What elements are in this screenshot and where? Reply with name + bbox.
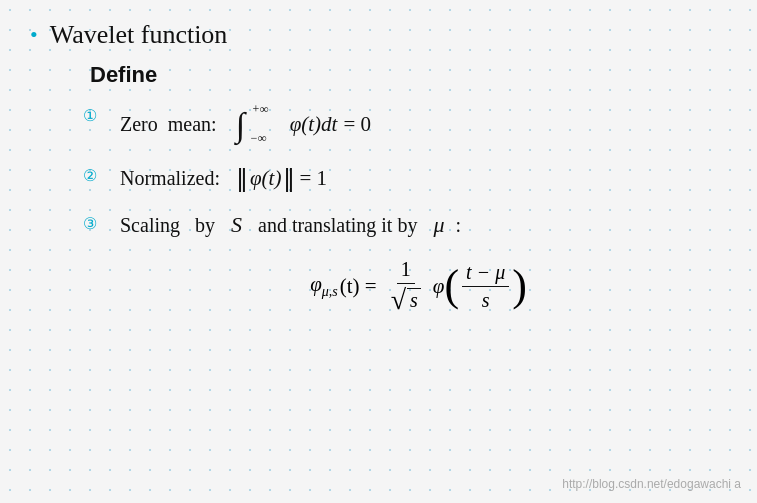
page-title: Wavelet function bbox=[50, 20, 228, 50]
sqrt-s: √ s bbox=[391, 286, 421, 314]
phi-function: φ bbox=[433, 274, 445, 299]
item-3-content: Scaling by S and translating it by μ : bbox=[120, 212, 461, 238]
title-row: • Wavelet function bbox=[30, 20, 727, 50]
item-number-1: ① bbox=[60, 104, 120, 125]
item-1-label: Zero mean: bbox=[120, 113, 217, 136]
item-3-label: Scaling by bbox=[120, 214, 225, 237]
bullet-icon: • bbox=[30, 24, 38, 46]
integral-formula: ∫ +∞ −∞ φ(t)dt = 0 bbox=[234, 104, 371, 144]
phi-arg: (t) = bbox=[340, 274, 377, 299]
norm-formula: ‖ φ(t) ‖ = 1 bbox=[236, 164, 327, 192]
watermark: http://blog.csdn.net/edogawachi a bbox=[562, 477, 741, 491]
equals-zero: = 0 bbox=[343, 112, 371, 137]
upper-limit: +∞ bbox=[252, 102, 276, 117]
right-big-paren: ) bbox=[512, 264, 527, 308]
left-big-paren: ( bbox=[444, 264, 459, 308]
item-1-content: Zero mean: ∫ +∞ −∞ φ(t)dt = 0 bbox=[120, 104, 371, 144]
main-formula: φμ,s (t) = 1 √ s φ ( t − μ s ) bbox=[110, 258, 727, 314]
list-item: ③ Scaling by S and translating it by μ : bbox=[60, 212, 727, 238]
colon: : bbox=[450, 214, 461, 237]
integral-symbol: ∫ bbox=[236, 108, 245, 142]
list-item: ① Zero mean: ∫ +∞ −∞ φ(t)dt = 0 bbox=[60, 104, 727, 144]
main-container: • Wavelet function Define ① Zero mean: ∫… bbox=[0, 0, 757, 334]
numerator-t-minus-mu: t − μ bbox=[462, 261, 509, 287]
numerator-1: 1 bbox=[397, 258, 415, 284]
item-number-2: ② bbox=[60, 164, 120, 185]
mu-variable: μ bbox=[433, 212, 444, 238]
item-2-label: Normalized: bbox=[120, 167, 230, 190]
sqrt-content-s: s bbox=[407, 288, 421, 312]
item-3-rest: and translating it by bbox=[248, 214, 427, 237]
define-label: Define bbox=[90, 62, 727, 88]
fraction-1-over-sqrts: 1 √ s bbox=[387, 258, 425, 314]
fraction-t-minus-mu-over-s: t − μ s bbox=[462, 261, 509, 312]
item-number-3: ③ bbox=[60, 212, 120, 233]
lower-limit: −∞ bbox=[250, 131, 274, 146]
phi-subscript: φμ,s bbox=[310, 272, 338, 300]
list-item: ② Normalized: ‖ φ(t) ‖ = 1 bbox=[60, 164, 727, 192]
denominator-s: s bbox=[478, 287, 494, 312]
item-2-content: Normalized: ‖ φ(t) ‖ = 1 bbox=[120, 164, 327, 192]
s-variable: S bbox=[231, 212, 242, 238]
integrand: φ(t)dt bbox=[290, 112, 338, 137]
denominator-sqrts: √ s bbox=[387, 284, 425, 314]
sqrt-symbol: √ bbox=[391, 286, 406, 314]
